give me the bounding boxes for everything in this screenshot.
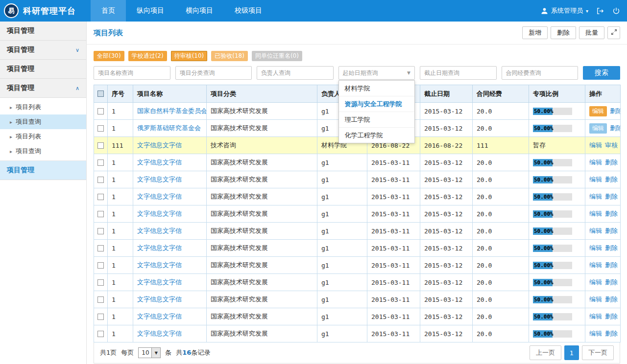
project-name-link[interactable]: 文字信息文字信 [137,261,182,269]
per-page-select[interactable]: 10 ▼ [138,347,161,358]
project-name-link[interactable]: 文字信息文字信 [137,244,182,251]
row-checkbox[interactable] [97,211,104,217]
filter-chip[interactable]: 已验收(18) [211,51,248,61]
delete-action[interactable]: 删除 [605,330,618,337]
prev-page-button[interactable]: 上一页 [530,345,561,360]
dropdown-option-material[interactable]: 材料学院 [339,81,415,96]
edit-action[interactable]: 编辑 [589,123,607,134]
project-name-link[interactable]: 文字信息文字信 [137,159,182,166]
row-checkbox[interactable] [97,159,104,166]
batch-button[interactable]: 批量 [579,26,604,39]
project-name-link[interactable]: 文字信息文字信 [137,296,182,303]
edit-action[interactable]: 编辑 [589,141,602,149]
project-name-link[interactable]: 文字信息文字信 [137,141,182,149]
sidebar-group-1[interactable]: 项目管理 [0,22,86,41]
project-name-link[interactable]: 文字信息文字信 [137,330,182,337]
project-name-link[interactable]: 文字信息文字信 [137,227,182,234]
edit-action[interactable]: 编辑 [589,278,602,286]
page-1-button[interactable]: 1 [564,345,579,360]
delete-action[interactable]: 删除 [605,278,618,286]
row-checkbox[interactable] [97,228,104,234]
row-checkbox[interactable] [97,194,104,200]
project-name-link[interactable]: 文字信息文字信 [137,210,182,217]
fullscreen-button[interactable] [607,26,620,39]
sidebar-item-project-list-2[interactable]: ▸ 项目列表 [0,129,86,144]
edit-action[interactable]: 编辑 [589,159,602,166]
project-name-link[interactable]: 文字信息文字信 [137,278,182,286]
row-checkbox[interactable] [97,177,104,183]
edit-action[interactable]: 编辑 [589,106,607,116]
row-checkbox[interactable] [97,296,104,303]
delete-action[interactable]: 删除 [605,296,618,303]
delete-action[interactable]: 删除 [605,261,618,269]
project-name-search-input[interactable] [94,66,170,80]
dropdown-option-science[interactable]: 理工学院 [339,112,415,128]
project-name-link[interactable]: 文字信息文字信 [137,176,182,183]
edit-action[interactable]: 编辑 [589,193,602,200]
row-checkbox[interactable] [97,314,104,320]
sidebar-group-5[interactable]: 项目管理 [0,161,86,180]
delete-action[interactable]: 删除 [605,313,618,320]
delete-action[interactable]: 删除 [605,244,618,251]
filter-chip[interactable]: 学校通过(2) [128,51,167,61]
select-all-checkbox[interactable] [97,91,104,97]
edit-action[interactable]: 编辑 [589,296,602,303]
edit-action[interactable]: 编辑 [589,261,602,269]
nav-item[interactable]: 校级项目 [224,0,273,22]
row-checkbox[interactable] [97,125,104,132]
user-menu[interactable]: 系统管理员 ▾ [541,6,588,15]
sidebar-group-3[interactable]: 项目管理 [0,60,86,79]
search-button[interactable]: 搜索 [583,66,620,80]
delete-action[interactable]: 删除 [605,176,618,183]
edit-action[interactable]: 编辑 [589,210,602,217]
power-icon[interactable] [612,7,620,15]
edit-action[interactable]: 编辑 [589,313,602,320]
cell-seq: 1 [108,223,133,240]
sidebar-item-project-list[interactable]: ▸ 项目列表 [0,100,86,114]
nav-item[interactable]: 横向项目 [175,0,224,22]
sidebar-item-project-query[interactable]: ▸ 项目查询 [0,114,86,129]
start-date-select[interactable]: 起始日期查询 ▼ 材料学院 资源与安全工程学院 理工学院 化学工程学院 [338,66,415,80]
nav-item[interactable]: 首页 [91,0,126,22]
edit-action[interactable]: 编辑 [589,176,602,183]
audit-action[interactable]: 审核 [605,141,618,149]
nav-item[interactable]: 纵向项目 [126,0,175,22]
edit-action[interactable]: 编辑 [589,227,602,234]
delete-action[interactable]: 删除 [605,210,618,217]
cell-ratio: 50.00% [529,240,585,257]
row-checkbox[interactable] [97,279,104,286]
end-date-search-input[interactable] [420,66,497,80]
project-name-link[interactable]: 俄罗斯基础研究基金会 [137,124,201,132]
fund-search-input[interactable] [502,66,579,80]
project-category-search-input[interactable] [175,66,252,80]
add-button[interactable]: 新增 [522,26,548,39]
project-name-link[interactable]: 国家自然科学基金委员会 [137,107,207,114]
sidebar-group-2[interactable]: 项目管理 ∨ [0,41,86,60]
dropdown-option-resources[interactable]: 资源与安全工程学院 [339,96,415,112]
delete-button[interactable]: 删除 [551,26,576,39]
delete-action[interactable]: 删除 [610,107,621,114]
project-name-link[interactable]: 文字信息文字信 [137,313,182,320]
row-checkbox[interactable] [97,108,104,114]
next-page-button[interactable]: 下一页 [582,345,614,360]
delete-action[interactable]: 删除 [605,193,618,200]
sidebar-item-project-query-2[interactable]: ▸ 项目查询 [0,144,86,159]
dropdown-option-chemical[interactable]: 化学工程学院 [339,128,415,143]
filter-chip[interactable]: 待审核(10) [171,51,208,61]
edit-action[interactable]: 编辑 [589,330,602,337]
logout-icon[interactable] [596,7,604,15]
row-checkbox[interactable] [97,245,104,251]
filter-chip[interactable]: 全部(30) [94,51,124,61]
project-name-link[interactable]: 文字信息文字信 [137,193,182,200]
filter-chip[interactable]: 同单位迁重名(0) [252,51,302,61]
row-checkbox[interactable] [97,331,104,337]
sidebar-group-4[interactable]: 项目管理 ∧ [0,79,86,98]
cell-ops: 编辑删除 [585,205,621,223]
leader-search-input[interactable] [257,66,334,80]
delete-action[interactable]: 删除 [605,159,618,166]
row-checkbox[interactable] [97,262,104,269]
delete-action[interactable]: 删除 [610,124,621,132]
edit-action[interactable]: 编辑 [589,244,602,251]
delete-action[interactable]: 删除 [605,227,618,234]
row-checkbox[interactable] [97,142,104,149]
